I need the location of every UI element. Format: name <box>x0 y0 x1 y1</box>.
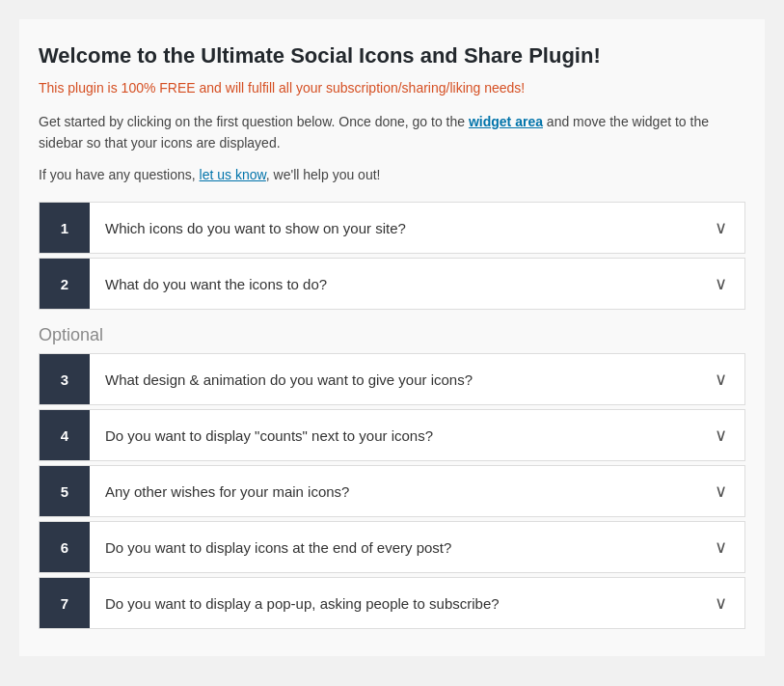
chevron-icon-7: ∨ <box>697 579 744 627</box>
chevron-icon-5: ∨ <box>697 467 744 515</box>
chevron-icon-6: ∨ <box>697 523 744 571</box>
page-title: Welcome to the Ultimate Social Icons and… <box>39 42 745 70</box>
accordion-item-5[interactable]: 5 Any other wishes for your main icons? … <box>39 465 745 517</box>
accordion-label-2: What do you want the icons to do? <box>90 262 697 306</box>
widget-area-link[interactable]: widget area <box>469 114 543 129</box>
subtitle-text: This plugin is 100% FREE and will fulfil… <box>39 80 745 96</box>
contact-text: If you have any questions, let us know, … <box>39 167 745 182</box>
accordion-number-3: 3 <box>40 354 90 404</box>
accordion-item-1[interactable]: 1 Which icons do you want to show on you… <box>39 202 745 254</box>
accordion-item-7[interactable]: 7 Do you want to display a pop-up, askin… <box>39 577 745 629</box>
contact-after: , we'll help you out! <box>266 167 381 182</box>
accordion-number-1: 1 <box>40 203 90 253</box>
accordion-label-5: Any other wishes for your main icons? <box>90 470 697 513</box>
contact-before: If you have any questions, <box>39 167 200 182</box>
accordion-label-7: Do you want to display a pop-up, asking … <box>90 582 697 625</box>
description-part1: Get started by clicking on the first que… <box>39 114 469 129</box>
accordion-item-6[interactable]: 6 Do you want to display icons at the en… <box>39 521 745 573</box>
accordion-item-2[interactable]: 2 What do you want the icons to do? ∨ <box>39 258 745 310</box>
optional-section-label: Optional <box>39 325 745 345</box>
accordion-number-7: 7 <box>40 578 90 628</box>
contact-link[interactable]: let us know <box>200 167 266 182</box>
accordion-number-2: 2 <box>40 259 90 309</box>
accordion-label-6: Do you want to display icons at the end … <box>90 526 697 569</box>
accordion-label-4: Do you want to display "counts" next to … <box>90 414 697 457</box>
accordion-number-5: 5 <box>40 466 90 516</box>
accordion-item-3[interactable]: 3 What design & animation do you want to… <box>39 353 745 405</box>
chevron-icon-3: ∨ <box>697 355 744 403</box>
accordion-number-4: 4 <box>40 410 90 460</box>
accordion-label-3: What design & animation do you want to g… <box>90 358 697 401</box>
description-text: Get started by clicking on the first que… <box>39 111 745 154</box>
chevron-icon-4: ∨ <box>697 411 744 459</box>
chevron-icon-2: ∨ <box>697 260 744 308</box>
accordion-item-4[interactable]: 4 Do you want to display "counts" next t… <box>39 409 745 461</box>
accordion-number-6: 6 <box>40 522 90 572</box>
chevron-icon-1: ∨ <box>697 204 744 252</box>
accordion-label-1: Which icons do you want to show on your … <box>90 206 697 250</box>
main-container: Welcome to the Ultimate Social Icons and… <box>19 19 765 656</box>
